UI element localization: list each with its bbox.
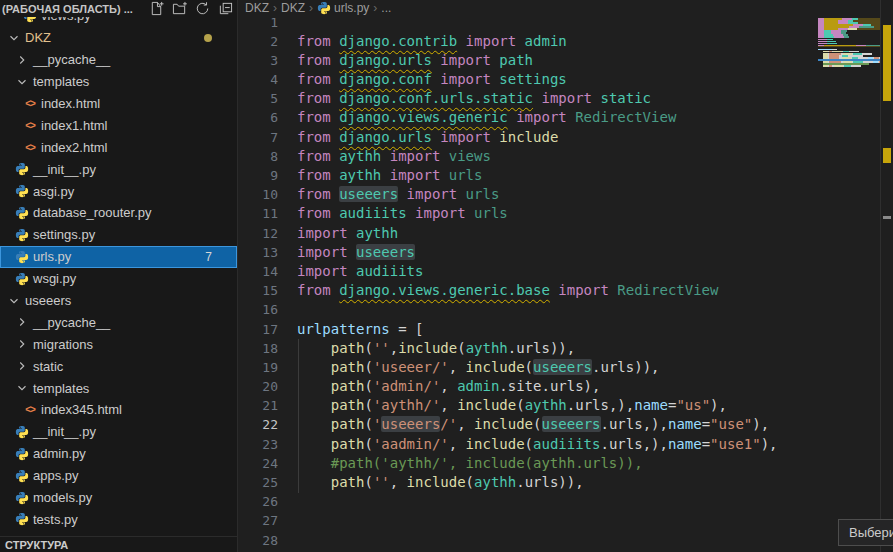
tree-item-index.html[interactable]: <>index.html — [0, 93, 237, 115]
tree-item-index2.html[interactable]: <>index2.html — [0, 136, 237, 158]
line-number: 21 — [238, 396, 278, 415]
code-line-19[interactable]: 19 path('useeer/', include(useeers.urls)… — [238, 358, 893, 377]
tree-item-label: wsgi.py — [33, 271, 76, 286]
tree-item-DKZ[interactable]: DKZ — [0, 27, 237, 49]
tree-item-migrations[interactable]: migrations — [0, 333, 237, 355]
ruler-mark-scroll-indicator — [883, 216, 891, 219]
line-text: from django.conf import settings — [297, 70, 567, 89]
code-area[interactable]: 12from django.contrib import admin3from … — [238, 13, 893, 550]
tree-item-label: __init__.py — [33, 424, 96, 439]
python-icon — [14, 446, 30, 462]
tree-item-admin.py[interactable]: admin.py — [0, 443, 237, 465]
code-line-17[interactable]: 17urlpatterns = [ — [238, 320, 893, 339]
outline-section-header[interactable]: СТРУКТУРА — [0, 536, 237, 552]
code-line-3[interactable]: 3from django.urls import path — [238, 51, 893, 70]
tree-item-label: index345.html — [41, 402, 122, 417]
minimap-line — [818, 71, 880, 73]
tree-item-label: index1.html — [41, 118, 107, 133]
tree-item-label: __pycache__ — [33, 315, 110, 330]
new-folder-icon[interactable] — [172, 1, 187, 16]
code-line-6[interactable]: 6from django.views.generic import Redire… — [238, 108, 893, 127]
line-number: 24 — [238, 454, 278, 473]
tree-item-urls.py[interactable]: urls.py7 — [0, 246, 237, 268]
code-line-18[interactable]: 18 path('',include(aythh.urls)), — [238, 339, 893, 358]
tree-item-__pycache__[interactable]: __pycache__ — [0, 311, 237, 333]
new-file-icon[interactable] — [149, 1, 164, 16]
tree-item-apps.py[interactable]: apps.py — [0, 465, 237, 487]
tree-item-__init__.py[interactable]: __init__.py — [0, 158, 237, 180]
html-icon: <> — [22, 402, 38, 418]
line-text: from aythh import urls — [297, 166, 482, 185]
tree-item-__pycache__[interactable]: __pycache__ — [0, 49, 237, 71]
code-line-20[interactable]: 20 path('admin/', admin.site.urls), — [238, 377, 893, 396]
code-line-28[interactable]: 28 — [238, 531, 893, 550]
line-number: 8 — [238, 147, 278, 166]
line-text: path('',include(aythh.urls)), — [297, 339, 575, 358]
code-line-5[interactable]: 5from django.conf.urls.static import sta… — [238, 89, 893, 108]
workspace-section-header[interactable]: (РАБОЧАЯ ОБЛАСТЬ) ... — [0, 0, 237, 17]
code-line-12[interactable]: 12import aythh — [238, 224, 893, 243]
line-number: 7 — [238, 128, 278, 147]
editor-pane[interactable]: DKZ›DKZ›urls.py›... 12from django.contri… — [238, 0, 893, 552]
line-text: from django.views.generic.base import Re… — [297, 281, 718, 300]
tree-item-models.py[interactable]: models.py — [0, 487, 237, 509]
code-line-24[interactable]: 24 #path('aythh/', include(aythh.urls)), — [238, 454, 893, 473]
chevron-down-icon — [6, 293, 22, 309]
tree-item-asgi.py[interactable]: asgi.py — [0, 180, 237, 202]
tree-item-label: __init__.py — [33, 162, 96, 177]
line-number: 22 — [238, 415, 278, 434]
tree-item-__init__.py[interactable]: __init__.py — [0, 421, 237, 443]
line-text: urlpatterns = [ — [297, 320, 423, 339]
overview-ruler[interactable] — [880, 0, 893, 552]
tree-item-tests.py[interactable]: tests.py — [0, 508, 237, 530]
tree-item-wsgi.py[interactable]: wsgi.py — [0, 268, 237, 290]
code-line-27[interactable]: 27 — [238, 511, 893, 530]
line-text: import aythh — [297, 224, 398, 243]
line-text: from useeers import urls — [297, 185, 499, 204]
code-line-16[interactable]: 16 — [238, 300, 893, 319]
code-line-7[interactable]: 7from django.urls import include — [238, 128, 893, 147]
code-line-8[interactable]: 8from aythh import views — [238, 147, 893, 166]
code-line-21[interactable]: 21 path('aythh/', include(aythh.urls,),n… — [238, 396, 893, 415]
chevron-down-icon — [6, 30, 22, 46]
workspace-title: (РАБОЧАЯ ОБЛАСТЬ) ... — [2, 3, 149, 15]
code-line-26[interactable]: 26 — [238, 492, 893, 511]
code-line-25[interactable]: 25 path('', include(aythh.urls)), — [238, 473, 893, 492]
tree-item-static[interactable]: static — [0, 355, 237, 377]
line-number: 5 — [238, 89, 278, 108]
collapse-all-icon[interactable] — [218, 1, 233, 16]
line-number: 13 — [238, 243, 278, 262]
line-number: 3 — [238, 51, 278, 70]
code-line-4[interactable]: 4from django.conf import settings — [238, 70, 893, 89]
tree-item-templates[interactable]: templates — [0, 377, 237, 399]
code-line-22[interactable]: 22 path('useeers/', include(useeers.urls… — [238, 415, 893, 434]
line-number: 18 — [238, 339, 278, 358]
code-line-15[interactable]: 15from django.views.generic.base import … — [238, 281, 893, 300]
code-line-9[interactable]: 9from aythh import urls — [238, 166, 893, 185]
line-text: path('useeers/', include(useeers.urls,),… — [297, 415, 769, 434]
code-line-23[interactable]: 23 path('aadmin/', include(audiiits.urls… — [238, 435, 893, 454]
tree-item-templates[interactable]: templates — [0, 71, 237, 93]
code-line-11[interactable]: 11from audiiits import urls — [238, 204, 893, 223]
code-line-2[interactable]: 2from django.contrib import admin — [238, 32, 893, 51]
line-number: 10 — [238, 185, 278, 204]
tree-item-index345.html[interactable]: <>index345.html — [0, 399, 237, 421]
code-line-14[interactable]: 14import audiiits — [238, 262, 893, 281]
line-text: path('useeer/', include(useeers.urls)), — [297, 358, 660, 377]
tree-item-database_roouter.py[interactable]: database_roouter.py — [0, 202, 237, 224]
tree-item-useeers[interactable]: useeers — [0, 290, 237, 312]
code-line-13[interactable]: 13import useeers — [238, 243, 893, 262]
tree-item-index1.html[interactable]: <>index1.html — [0, 114, 237, 136]
refresh-icon[interactable] — [195, 1, 210, 16]
indent-guide — [298, 339, 299, 493]
line-number: 2 — [238, 32, 278, 51]
minimap[interactable] — [818, 16, 880, 73]
file-tree: views.pyDKZ__pycache__templates<>index.h… — [0, 5, 237, 530]
code-line-1[interactable]: 1 — [238, 13, 893, 32]
code-line-10[interactable]: 10from useeers import urls — [238, 185, 893, 204]
line-text: from audiiits import urls — [297, 204, 508, 223]
ruler-mark-warning — [883, 148, 891, 163]
html-icon: <> — [22, 117, 38, 133]
line-text: import useeers — [297, 243, 415, 262]
tree-item-settings.py[interactable]: settings.py — [0, 224, 237, 246]
